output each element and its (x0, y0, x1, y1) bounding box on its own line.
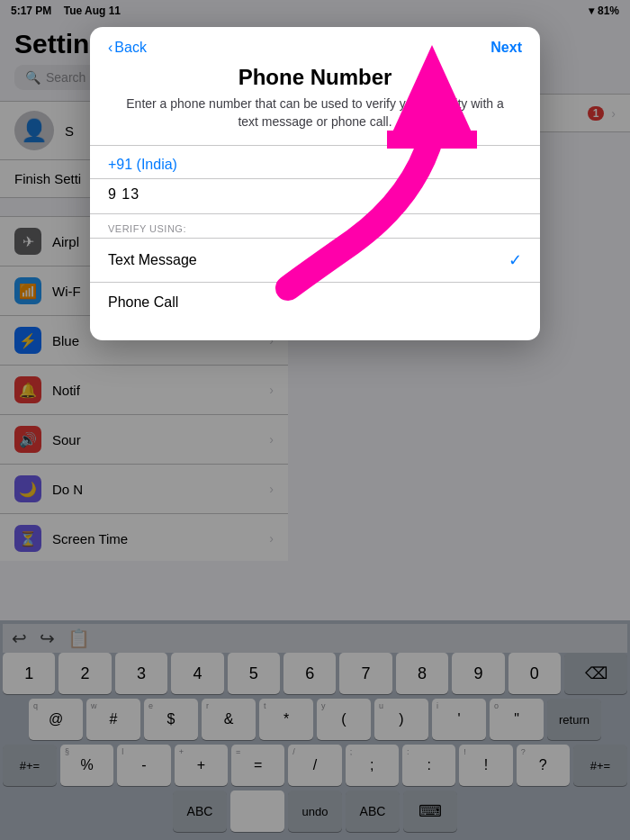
country-code[interactable]: +91 (India) (90, 146, 540, 178)
text-message-label: Text Message (108, 252, 508, 268)
text-message-option[interactable]: Text Message ✓ (90, 238, 540, 282)
modal-subtitle: Enter a phone number that can be used to… (90, 95, 540, 145)
phone-call-label: Phone Call (108, 294, 522, 311)
modal-bottom-spacer (90, 322, 540, 340)
next-button[interactable]: Next (490, 40, 522, 56)
back-button[interactable]: ‹ Back (108, 40, 147, 56)
modal-navigation: ‹ Back Next (90, 27, 540, 56)
phone-number-field[interactable]: 9 13 (90, 179, 540, 213)
verify-using-label: VERIFY USING: (90, 214, 540, 238)
check-icon: ✓ (508, 250, 522, 270)
chevron-left-icon: ‹ (108, 40, 112, 56)
back-label: Back (114, 40, 147, 56)
next-label: Next (490, 40, 522, 55)
modal-overlay: ‹ Back Next Phone Number Enter a phone n… (0, 0, 630, 840)
phone-call-option[interactable]: Phone Call (90, 282, 540, 322)
phone-number-modal: ‹ Back Next Phone Number Enter a phone n… (90, 27, 540, 340)
modal-title: Phone Number (90, 56, 540, 95)
